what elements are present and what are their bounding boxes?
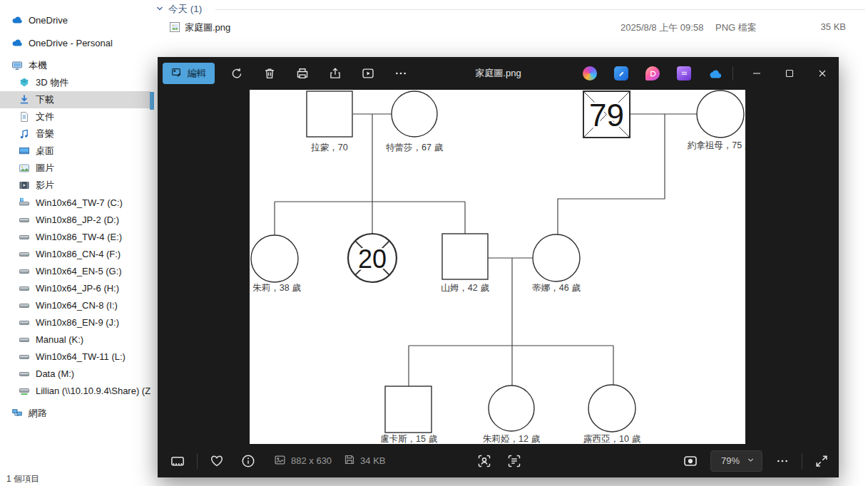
sidebar-item[interactable]: OneDrive xyxy=(0,11,150,29)
rotate-button[interactable] xyxy=(226,63,247,84)
sidebar-item[interactable]: 桌面 xyxy=(0,143,150,160)
clipchamp-icon[interactable] xyxy=(677,66,691,81)
zoom-level-dropdown[interactable]: 79% xyxy=(710,450,762,472)
titlebar-app-icons xyxy=(583,57,723,90)
sidebar-item[interactable]: 影片 xyxy=(0,177,150,194)
window-title: 家庭圖.png xyxy=(475,57,521,90)
genogram-node-lucas xyxy=(385,386,432,433)
more-options-button[interactable] xyxy=(390,63,412,84)
drive-icon xyxy=(19,299,30,311)
genogram-node-label: 特蕾莎，67 歲 xyxy=(386,143,443,152)
genogram-node-label: 露西亞，10 歲 xyxy=(583,434,640,444)
close-button[interactable] xyxy=(806,57,839,90)
documents-icon xyxy=(19,111,30,123)
bottombar-divider xyxy=(802,453,802,469)
sidebar-item[interactable]: 下載 xyxy=(0,91,150,108)
fit-to-window-button[interactable] xyxy=(680,451,700,471)
genogram-node-label: 盧卡斯，15 歲 xyxy=(380,434,437,444)
sidebar-item[interactable]: Data (M:) xyxy=(0,365,150,382)
sidebar-item-label: Win10x64_EN-5 (G:) xyxy=(36,266,122,276)
sidebar-item-label: Data (M:) xyxy=(36,368,74,379)
photos-toolbar: 編輯 xyxy=(163,63,412,84)
genogram-node-sam xyxy=(442,234,488,279)
sidebar-item[interactable]: Win10x64_TW-11 (L:) xyxy=(0,348,150,365)
genogram-node-grandma-jonah xyxy=(697,91,744,138)
photos-window: 編輯 xyxy=(158,57,839,477)
filesize-group: 34 KB xyxy=(344,454,385,467)
image-file-icon xyxy=(169,21,180,33)
file-name: 家庭圖.png xyxy=(185,21,230,34)
sidebar-item[interactable]: 快速存取 xyxy=(0,0,150,4)
slideshow-button[interactable] xyxy=(357,63,379,84)
system-drive-icon xyxy=(19,197,30,208)
pictures-icon xyxy=(19,162,30,174)
sidebar-item-label: 快速存取 xyxy=(29,0,66,1)
sidebar-item[interactable]: Win10x64_JP-6 (H:) xyxy=(0,279,150,296)
more-options-button[interactable] xyxy=(772,451,792,471)
maximize-button[interactable] xyxy=(773,57,806,90)
favorite-heart-button[interactable] xyxy=(207,451,227,471)
designer-icon[interactable] xyxy=(645,66,660,81)
drive-icon xyxy=(19,214,30,225)
sidebar-item[interactable]: 3D 物件 xyxy=(0,74,150,91)
sidebar-item[interactable]: Win10x86_EN-9 (J:) xyxy=(0,314,150,331)
genogram-node-tina xyxy=(533,234,580,281)
sidebar-item-label: 文件 xyxy=(36,110,54,123)
music-icon xyxy=(19,128,30,140)
sidebar-item[interactable]: Win10x64_EN-5 (G:) xyxy=(0,262,150,279)
genogram-node-label: 山姆，42 歲 xyxy=(441,283,489,293)
sidebar-item[interactable]: 網路 xyxy=(0,405,150,422)
sidebar-item[interactable]: 圖片 xyxy=(0,160,150,177)
file-date: 2025/8/8 上午 09:58 xyxy=(621,21,703,34)
sidebar-item-label: 音樂 xyxy=(36,128,54,140)
minimize-button[interactable] xyxy=(740,57,773,90)
delete-button[interactable] xyxy=(259,63,280,84)
sidebar-item-label: OneDrive xyxy=(29,15,68,26)
image-editor-icon[interactable] xyxy=(614,66,628,81)
sidebar-item-label: Win10x64_TW-7 (C:) xyxy=(36,197,123,208)
sidebar-item-label: 3D 物件 xyxy=(36,76,68,89)
sidebar-item[interactable]: Manual (K:) xyxy=(0,331,150,348)
info-button[interactable] xyxy=(238,451,258,471)
drive-icon xyxy=(19,265,30,276)
network-icon xyxy=(11,408,23,419)
sidebar-item[interactable]: OneDrive - Personal xyxy=(0,34,150,51)
drive-icon xyxy=(19,231,30,242)
sidebar-item[interactable]: 文件 xyxy=(0,108,150,125)
sidebar-item-label: 下載 xyxy=(36,93,54,106)
print-button[interactable] xyxy=(292,63,313,84)
drive-icon xyxy=(19,282,30,294)
sidebar-item-label: Win10x64_CN-8 (I:) xyxy=(36,300,118,311)
titlebar-divider xyxy=(732,66,733,81)
sidebar-item[interactable]: 本機 xyxy=(0,57,150,74)
copilot-icon[interactable] xyxy=(583,66,597,81)
sidebar-item-label: Win10x64_TW-11 (L:) xyxy=(36,351,126,362)
fullscreen-button[interactable] xyxy=(812,451,832,471)
file-row[interactable]: 家庭圖.png 2025/8/8 上午 09:58 PNG 檔案 35 KB xyxy=(158,20,868,35)
visual-search-button[interactable] xyxy=(474,451,494,471)
share-button[interactable] xyxy=(325,63,346,84)
image-canvas[interactable]: 拉蒙，70特蕾莎，67 歲79約拿祖母，75 歲朱莉，38 歲20山姆，42 歲… xyxy=(250,90,745,444)
genogram-node-label: 拉蒙，70 xyxy=(310,143,347,152)
edit-button[interactable]: 編輯 xyxy=(163,63,215,84)
group-header-label: 今天 (1) xyxy=(168,3,202,16)
sidebar-item[interactable]: Win10x64_TW-7 (C:) xyxy=(0,194,150,211)
group-header[interactable]: 今天 (1) xyxy=(155,3,202,16)
chevron-down-icon xyxy=(155,4,164,15)
sidebar-item[interactable]: Win10x64_CN-8 (I:) xyxy=(0,296,150,314)
onedrive-cloud-icon xyxy=(11,37,23,48)
sidebar-scrollbar-thumb[interactable] xyxy=(150,92,154,110)
file-size: 35 KB xyxy=(799,21,846,32)
sidebar-item[interactable]: Win10x86_CN-4 (F:) xyxy=(0,245,150,262)
image-filesize: 34 KB xyxy=(360,455,385,466)
sidebar-item[interactable]: Win10x86_JP-2 (D:) xyxy=(0,211,150,228)
onedrive-icon[interactable] xyxy=(708,66,723,81)
drive-icon xyxy=(19,368,30,379)
star-icon xyxy=(11,0,23,1)
filmstrip-button[interactable] xyxy=(168,451,188,471)
text-extract-button[interactable] xyxy=(504,451,524,471)
genogram-node-julie xyxy=(251,235,298,282)
sidebar-item[interactable]: 音樂 xyxy=(0,125,150,143)
sidebar-item[interactable]: Lillian (\\10.10.9.4\Share) (Z:) xyxy=(0,382,150,399)
sidebar-item[interactable]: Win10x86_TW-4 (E:) xyxy=(0,228,150,245)
